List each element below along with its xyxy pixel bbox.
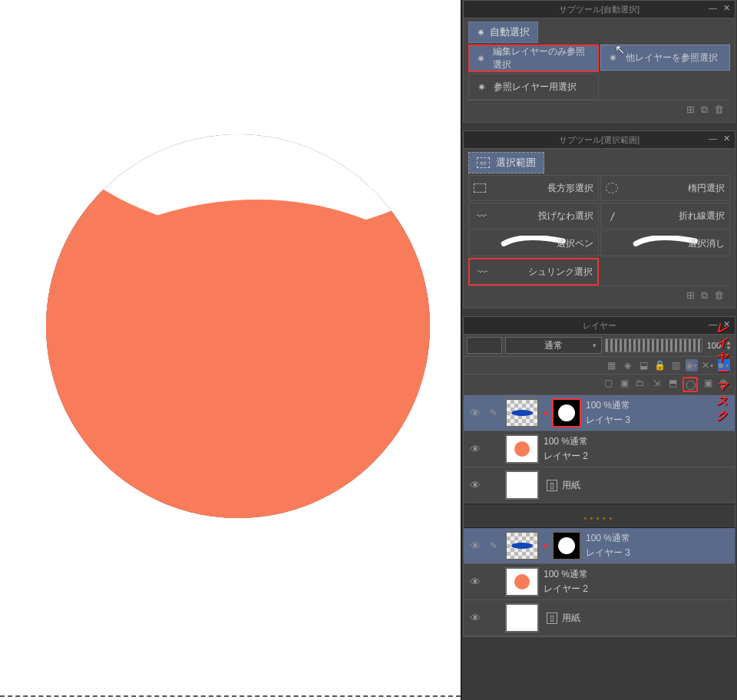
tool-polyline-select[interactable]: 〳 折れ線選択 (600, 203, 731, 229)
selection-marquee (0, 695, 461, 697)
delete-icon[interactable]: 🗑 (714, 289, 724, 302)
layer-name: レイヤー 2 (544, 583, 588, 596)
visibility-icon[interactable]: 👁 (468, 540, 482, 552)
panel-header-layers[interactable]: レイヤー — ✕ (464, 317, 735, 335)
tool-label: シュリンク選択 (528, 266, 593, 279)
layer-mode: 100 %通常 (586, 399, 630, 412)
duplicate-icon[interactable]: ⧉ (701, 289, 708, 302)
mask-mode-icon[interactable]: ◉▾ (686, 359, 698, 371)
visibility-icon[interactable]: 👁 (468, 576, 482, 588)
new-vector-icon[interactable]: ▣ (618, 377, 630, 389)
tool-lasso-select[interactable]: 〰 投げなわ選択 (468, 203, 599, 229)
duplicate-icon[interactable]: ⧉ (701, 104, 708, 116)
tab-auto-select[interactable]: ✷ 自動選択 (468, 21, 538, 43)
layer-row[interactable]: 👁100 %通常レイヤー 2 (464, 564, 735, 600)
ruler-icon[interactable]: ✕▾ (702, 359, 714, 371)
lasso-icon: 〰 (474, 210, 489, 222)
tool-other-layers[interactable]: ✷ 他レイヤーを参照選択 ↖ (600, 45, 731, 71)
palette-color-swatch[interactable] (467, 337, 502, 354)
layer-thumb (505, 567, 539, 596)
tool-label: 編集レイヤーのみ参照選択 (493, 45, 593, 71)
visibility-icon[interactable]: 👁 (468, 479, 482, 491)
ref-icon[interactable]: ◈ (621, 359, 633, 371)
mask-annotation: レイヤーマスク (716, 365, 729, 378)
panel-header-selection[interactable]: サブツール[選択範囲] — ✕ (464, 131, 735, 149)
layer-thumb (505, 531, 539, 560)
new-raster-icon[interactable]: ▢ (602, 377, 614, 389)
layer-mode: 100 %通常 (586, 532, 630, 545)
panel-selection: サブツール[選択範囲] — ✕ ▭ 選択範囲 長方形選択 楕円選 (463, 130, 735, 309)
panel-header-auto-select[interactable]: サブツール[自動選択] — ✕ (464, 1, 735, 18)
edit-icon: ✎ (487, 408, 501, 418)
tool-ref-layer[interactable]: ✷ 参照レイヤー用選択 (468, 74, 599, 100)
layer-name: レイヤー 3 (586, 546, 630, 560)
tool-label: 長方形選択 (547, 182, 593, 195)
layer-text: 100 %通常レイヤー 3 (586, 399, 630, 427)
minimize-icon[interactable]: — (709, 3, 717, 13)
panel-title: サブツール[選択範囲] (559, 134, 640, 146)
tool-ellipse-select[interactable]: 楕円選択 (600, 175, 731, 201)
mask-thumb[interactable] (552, 398, 581, 428)
tab-label: 選択範囲 (496, 156, 536, 170)
close-icon[interactable]: ✕ (723, 134, 730, 144)
layer-row[interactable]: 👁▯用紙 (464, 467, 735, 504)
shrink-icon: 〰 (474, 266, 490, 278)
layer-text: 用紙 (562, 612, 580, 625)
artwork-circle (46, 134, 430, 518)
blend-mode-select[interactable]: 通常 (505, 337, 602, 354)
clip-icon[interactable]: ▦ (605, 359, 617, 371)
paper-icon: ▯ (547, 480, 557, 491)
tool-edit-layer-only[interactable]: ✷ 編集レイヤーのみ参照選択 (468, 45, 599, 72)
layer-actions-row-1: ▦ ◈ ⬓ 🔒 ▥ ◉▾ ✕▾ ■▾ (464, 357, 735, 375)
tool-select-pen[interactable]: 選択ペン (468, 230, 599, 256)
layer-thumb (505, 471, 539, 500)
link-dot-icon (544, 544, 547, 548)
panel-title: レイヤー (583, 320, 616, 332)
layer-actions-row-2: ▢ ▣ 🗀 ⇲ ⬒ ◯ ▣ 🗑 レイヤーマスク (464, 375, 735, 395)
transfer-icon[interactable]: ⇲ (650, 377, 663, 389)
visibility-icon[interactable]: 👁 (468, 407, 482, 419)
merge-icon[interactable]: ⬒ (666, 377, 679, 389)
dropdown-icon[interactable]: ▥ (669, 359, 682, 371)
tool-label: 参照レイヤー用選択 (494, 81, 577, 94)
wand-icon: ✷ (474, 53, 488, 64)
new-icon[interactable]: ⊞ (686, 104, 695, 116)
layer-row[interactable]: 👁▯用紙 (464, 600, 735, 636)
wand-icon: ✷ (477, 27, 485, 38)
tool-shrink-select[interactable]: 〰 シュリンク選択 (468, 258, 599, 286)
minimize-icon[interactable]: — (709, 134, 717, 144)
apply-mask-icon[interactable]: ▣ (702, 377, 714, 389)
visibility-icon[interactable]: 👁 (468, 612, 482, 624)
draft-icon[interactable]: ⬓ (637, 359, 649, 371)
layer-row[interactable]: 👁✎100 %通常レイヤー 3 (464, 395, 735, 431)
link-dot-icon (544, 411, 547, 415)
layer-group-separator[interactable]: ▪▪▪▪▪ (464, 504, 735, 528)
lock-icon[interactable]: 🔒 (653, 359, 666, 371)
visibility-icon[interactable]: 👁 (468, 443, 482, 455)
wand-icon: ✷ (474, 81, 489, 93)
new-icon[interactable]: ⊞ (686, 289, 695, 302)
canvas-area[interactable] (0, 0, 461, 700)
close-icon[interactable]: ✕ (723, 3, 730, 13)
edit-icon: ✎ (487, 540, 501, 551)
tool-rect-select[interactable]: 長方形選択 (468, 175, 599, 201)
tool-label: 選択ペン (557, 237, 593, 250)
new-folder-icon[interactable]: 🗀 (634, 377, 646, 389)
tool-select-erase[interactable]: 選択消し (600, 230, 731, 256)
opacity-slider[interactable] (605, 338, 702, 352)
tab-selection[interactable]: ▭ 選択範囲 (468, 152, 544, 173)
delete-icon[interactable]: 🗑 (714, 104, 724, 116)
mask-thumb[interactable] (552, 531, 581, 560)
layer-blend-row: 通常 100 ▲▼ (464, 335, 735, 357)
layer-name: レイヤー 3 (586, 414, 630, 427)
panel-auto-select: サブツール[自動選択] — ✕ ✷ 自動選択 ✷ 編集レイヤーのみ参照選択 ✷ (463, 0, 735, 123)
layer-name: 用紙 (562, 612, 580, 625)
ellipse-icon (606, 183, 618, 193)
wand-icon: ✷ (606, 52, 621, 64)
layer-text: 100 %通常レイヤー 2 (544, 435, 588, 463)
layer-row[interactable]: 👁100 %通常レイヤー 2 (464, 431, 735, 467)
layer-list-a: 👁✎100 %通常レイヤー 3👁100 %通常レイヤー 2👁▯用紙 (464, 395, 735, 504)
layer-thumb (505, 398, 539, 428)
layer-row[interactable]: 👁✎100 %通常レイヤー 3 (464, 528, 735, 564)
layer-mask-icon[interactable]: ◯ (682, 377, 698, 392)
